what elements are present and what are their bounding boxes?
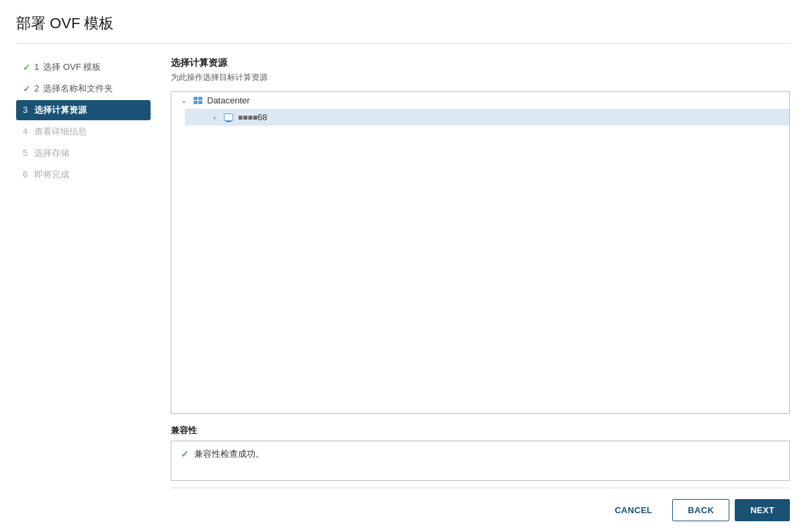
check-icon-step1: ✓	[23, 62, 30, 73]
tree-item-datacenter-label: Datacenter	[207, 95, 250, 105]
content-area: ✓ 1选择 OVF 模板 ✓ 2选择名称和文件夹 3 选择计算资源 4 查看详细…	[16, 44, 790, 532]
collapse-icon-datacenter[interactable]: ⌄	[178, 96, 189, 105]
page-title: 部署 OVF 模板	[16, 13, 790, 44]
sidebar-step3-label: 3 选择计算资源	[23, 104, 87, 116]
sidebar: ✓ 1选择 OVF 模板 ✓ 2选择名称和文件夹 3 选择计算资源 4 查看详细…	[16, 44, 151, 532]
cancel-button[interactable]: CANCEL	[600, 500, 667, 521]
sidebar-item-step1[interactable]: ✓ 1选择 OVF 模板	[16, 57, 151, 77]
datacenter-icon	[192, 96, 204, 105]
check-icon-step2: ✓	[23, 84, 30, 94]
main-content: 选择计算资源 为此操作选择目标计算资源 ⌄ Datacenter ›	[151, 44, 790, 532]
sidebar-item-step2[interactable]: ✓ 2选择名称和文件夹	[16, 79, 151, 99]
sidebar-step5-label: 5 选择存储	[23, 147, 69, 159]
tree-item-host68-label: ■■■■	[238, 113, 257, 122]
sidebar-item-step6: 6 即将完成	[16, 165, 151, 185]
host-icon	[223, 113, 235, 122]
section-desc: 为此操作选择目标计算资源	[171, 72, 790, 83]
page-container: 部署 OVF 模板 ✓ 1选择 OVF 模板 ✓ 2选择名称和文件夹 3 选择计…	[0, 0, 806, 532]
expand-icon-host68[interactable]: ›	[209, 114, 220, 122]
sidebar-step6-label: 6 即将完成	[23, 169, 69, 181]
sidebar-step4-label: 4 查看详细信息	[23, 126, 87, 138]
tree-item-datacenter[interactable]: ⌄ Datacenter	[171, 92, 789, 109]
section-title: 选择计算资源	[171, 57, 790, 69]
tree-item-host68[interactable]: › ■■■■ 68	[185, 109, 789, 126]
footer: CANCEL BACK NEXT	[171, 488, 790, 532]
sidebar-item-step4: 4 查看详细信息	[16, 122, 151, 142]
tree-panel[interactable]: ⌄ Datacenter › ■■■■ 68	[171, 91, 790, 414]
tree-item-host68-num: 68	[257, 112, 267, 122]
compat-status: ✓ 兼容性检查成功。	[181, 448, 780, 460]
next-button[interactable]: NEXT	[735, 499, 790, 521]
compat-message: 兼容性检查成功。	[194, 448, 264, 460]
back-button[interactable]: BACK	[672, 499, 729, 521]
sidebar-step2-label: 2选择名称和文件夹	[34, 83, 113, 95]
compat-check-icon: ✓	[181, 449, 189, 459]
sidebar-step1-label: 1选择 OVF 模板	[34, 61, 101, 73]
compat-label: 兼容性	[171, 425, 790, 437]
compat-panel: ✓ 兼容性检查成功。	[171, 441, 790, 481]
sidebar-item-step3[interactable]: 3 选择计算资源	[16, 100, 151, 120]
sidebar-item-step5: 5 选择存储	[16, 143, 151, 163]
